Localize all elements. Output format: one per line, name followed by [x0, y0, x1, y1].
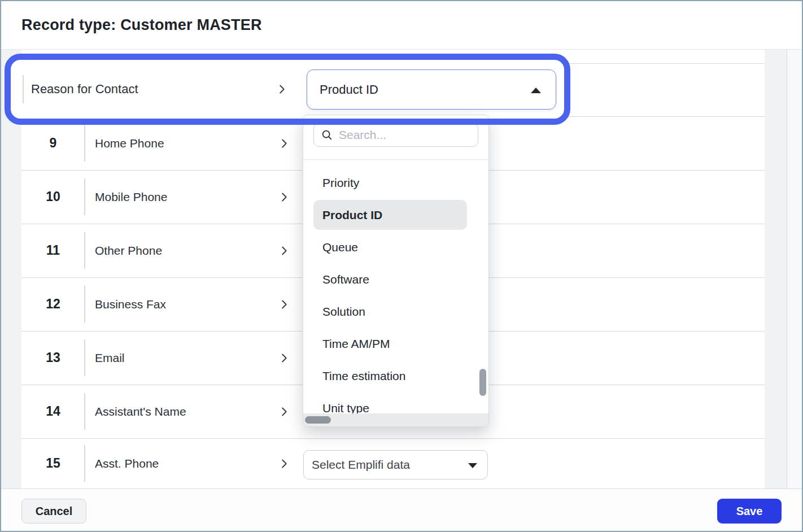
field-label: Asst. Phone	[95, 438, 159, 489]
field-label: Business Fax	[95, 277, 166, 331]
dialog-footer: Cancel Save	[0, 489, 803, 532]
chevron-right-icon[interactable]	[278, 298, 290, 311]
row-number: 14	[21, 385, 85, 438]
dropdown-panel: Priority Product ID Queue Software Solut…	[303, 115, 489, 427]
column-divider	[84, 232, 85, 269]
highlighted-field-label: Reason for Contact	[31, 54, 138, 125]
row-number: 11	[21, 224, 85, 277]
dialog-header: Record type: Customer MASTER	[0, 0, 803, 50]
chevron-right-icon[interactable]	[278, 405, 290, 418]
column-divider	[84, 125, 85, 162]
record-type-dialog: Record type: Customer MASTER 9 Home Phon…	[0, 0, 803, 532]
table-row-asst-phone: 15 Asst. Phone Select Emplifi data	[21, 438, 765, 489]
emplifi-select-value: Select Emplifi data	[312, 458, 410, 472]
search-field[interactable]	[313, 123, 478, 147]
chevron-right-icon[interactable]	[278, 137, 290, 150]
option-unit-type[interactable]: Unit type	[303, 392, 488, 415]
row-number: 13	[21, 331, 85, 385]
option-time-estimation[interactable]: Time estimation	[303, 360, 488, 392]
emplifi-data-dropdown-trigger[interactable]: Product ID	[307, 69, 556, 110]
dropdown-selected-value: Product ID	[320, 82, 378, 97]
vertical-scrollbar-track[interactable]	[787, 50, 802, 489]
column-divider	[84, 393, 85, 430]
caret-down-icon	[468, 463, 477, 468]
column-divider	[84, 445, 85, 482]
row-number: 10	[21, 170, 85, 224]
panel-horizontal-scrollbar-track[interactable]	[303, 413, 488, 426]
chevron-right-icon[interactable]	[278, 352, 290, 364]
search-input[interactable]	[339, 124, 474, 146]
vertical-divider	[787, 50, 787, 489]
option-time-am-pm[interactable]: Time AM/PM	[303, 328, 488, 360]
panel-vertical-scrollbar-thumb[interactable]	[479, 369, 486, 396]
field-label: Other Phone	[95, 224, 162, 277]
column-divider	[84, 339, 85, 376]
field-label: Mobile Phone	[95, 170, 167, 224]
page-title: Record type: Customer MASTER	[21, 0, 262, 50]
field-label: Email	[95, 331, 125, 385]
option-software[interactable]: Software	[303, 263, 488, 295]
caret-up-icon	[531, 88, 541, 93]
option-priority[interactable]: Priority	[303, 167, 488, 199]
column-divider	[84, 286, 85, 322]
chevron-right-icon[interactable]	[278, 245, 290, 257]
row-number: 15	[21, 438, 85, 489]
column-divider	[84, 178, 85, 215]
chevron-right-icon[interactable]	[278, 191, 290, 203]
save-button[interactable]: Save	[717, 499, 782, 524]
chevron-right-icon[interactable]	[278, 457, 290, 470]
cancel-button[interactable]: Cancel	[21, 499, 86, 524]
search-icon	[321, 129, 333, 141]
option-solution[interactable]: Solution	[303, 295, 488, 328]
field-label: Assistant's Name	[95, 385, 186, 438]
row-number: 12	[21, 277, 85, 331]
column-divider	[23, 75, 24, 103]
option-queue[interactable]: Queue	[303, 231, 488, 263]
right-gutter	[765, 50, 787, 489]
option-product-id-selected[interactable]: Product ID	[313, 200, 467, 230]
emplifi-data-select[interactable]: Select Emplifi data	[303, 450, 488, 479]
dropdown-option-list: Priority Product ID Queue Software Solut…	[303, 160, 488, 415]
chevron-right-icon[interactable]	[276, 83, 288, 95]
panel-horizontal-scrollbar-thumb[interactable]	[305, 416, 331, 424]
